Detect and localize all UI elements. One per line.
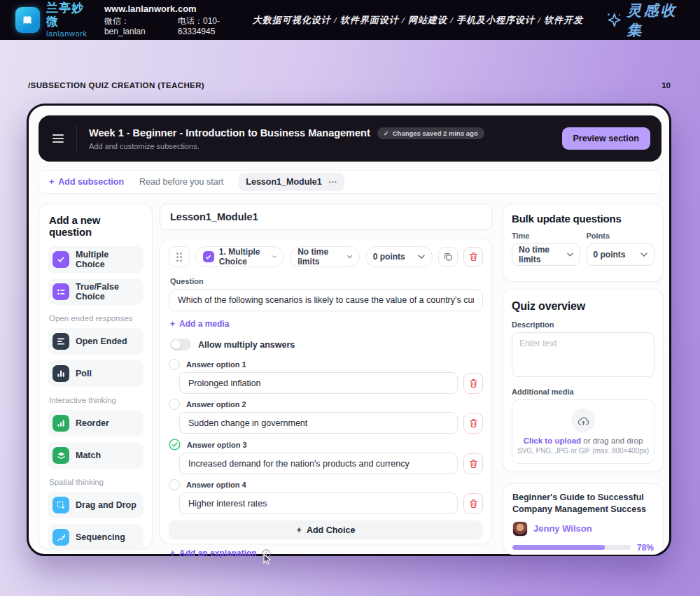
palette-group-interactive: Interactive thinking <box>49 396 142 404</box>
check-icon: ✓ <box>384 129 389 137</box>
description-textarea[interactable] <box>512 332 654 377</box>
points-dropdown[interactable]: 0 points <box>365 246 433 267</box>
click-to-upload-link[interactable]: Click to upload <box>524 437 581 445</box>
page-number: 10 <box>662 81 671 90</box>
question-text-input[interactable] <box>169 289 483 311</box>
question-editor-card: 1. Multiple Choice No time limits 0 poin… <box>160 239 492 544</box>
author-name[interactable]: Jenny Wilson <box>533 523 592 534</box>
plus-icon: + <box>297 525 302 535</box>
brand-services: 大数据可视化设计 / 软件界面设计 / 网站建设 / 手机及小程序设计 / 软件… <box>253 14 583 27</box>
drag-and-drop-icon <box>52 497 69 513</box>
palette-item-multiple-choice[interactable]: Multiple Choice <box>48 246 144 273</box>
brand-name: 兰亭妙微 <box>46 2 94 28</box>
answer-4-radio[interactable] <box>169 479 180 490</box>
answer-option-1: Answer option 1 <box>169 359 483 394</box>
add-media-link[interactable]: + Add a media <box>170 319 229 329</box>
answer-1-input[interactable] <box>179 372 458 394</box>
module-title-input[interactable] <box>160 204 492 230</box>
section-header: Week 1 - Beginner - Introduction to Busi… <box>38 115 662 162</box>
bulk-update-card: Bulk update questions Time No time limit… <box>503 204 664 282</box>
brand-topbar: 兰亭妙微 lanlanwork www.lanlanwork.com 微信：be… <box>0 0 700 40</box>
question-type-dropdown[interactable]: 1. Multiple Choice <box>195 246 284 267</box>
course-summary-card: Beginner's Guide to Successful Company M… <box>503 483 664 555</box>
multiple-choice-icon <box>52 251 69 268</box>
palette-title: Add a new question <box>49 214 144 238</box>
drag-handle[interactable] <box>169 246 190 267</box>
plus-icon: + <box>170 548 175 558</box>
upload-dropzone[interactable]: Click to upload or drag and drop SVG, PN… <box>512 399 654 464</box>
chevron-down-icon <box>567 253 573 257</box>
delete-question-button[interactable] <box>463 247 483 267</box>
delete-answer-3-button[interactable] <box>463 453 483 474</box>
menu-icon[interactable] <box>52 134 64 143</box>
palette-item-drag-and-drop[interactable]: Drag and Drop <box>48 492 144 518</box>
tab-lesson1-module1[interactable]: Lesson1_Module1 ⋯ <box>239 173 344 191</box>
duplicate-question-button[interactable] <box>438 247 458 267</box>
collect-logo-text: 灵感收集 <box>627 1 690 40</box>
chevron-down-icon <box>272 255 276 259</box>
answer-1-radio[interactable] <box>169 359 180 370</box>
delete-answer-4-button[interactable] <box>463 493 483 514</box>
quiz-builder-window: Week 1 - Beginner - Introduction to Busi… <box>27 104 671 556</box>
trash-icon <box>469 459 478 469</box>
add-subsection-button[interactable]: + Add subsection <box>49 177 124 187</box>
answer-2-input[interactable] <box>179 412 458 434</box>
palette-item-match[interactable]: Match <box>48 442 144 469</box>
chevron-down-icon <box>640 253 648 257</box>
progress-fill <box>512 545 605 550</box>
breadcrumb: /SUBSECTION QUIZ CREATION (TEACHER) <box>28 81 204 90</box>
changes-saved-badge: ✓ Changes saved 2 mins ago <box>377 127 484 139</box>
delete-answer-1-button[interactable] <box>463 373 483 394</box>
plus-icon: + <box>170 319 175 329</box>
trash-icon <box>469 499 478 509</box>
add-explanation-link[interactable]: + Add an explanation <box>170 548 257 558</box>
multiple-choice-mini-icon <box>203 251 214 262</box>
additional-media-label: Additional media <box>512 388 654 396</box>
progress-percent: 78% <box>637 543 654 553</box>
open-ended-icon <box>52 333 69 350</box>
tab-read-before-you-start[interactable]: Read before you start <box>139 177 223 187</box>
subsection-tabs: + Add subsection Read before you start L… <box>38 170 662 194</box>
sparkle-icon <box>606 11 622 29</box>
avatar <box>512 521 528 537</box>
add-choice-button[interactable]: + Add Choice <box>169 520 483 540</box>
progress-bar <box>512 545 631 550</box>
time-limit-dropdown[interactable]: No time limits <box>290 246 360 267</box>
palette-item-poll[interactable]: Poll <box>48 360 144 387</box>
palette-group-open-ended: Open ended responses <box>49 314 142 322</box>
true-false-icon <box>52 283 69 300</box>
course-title: Beginner's Guide to Successful Company M… <box>512 492 654 516</box>
preview-section-button[interactable]: Preview section <box>562 127 651 150</box>
trash-icon <box>469 418 478 428</box>
delete-answer-2-button[interactable] <box>463 413 483 434</box>
app-root: 兰亭妙微 lanlanwork www.lanlanwork.com 微信：be… <box>0 0 700 596</box>
allow-multiple-toggle[interactable] <box>170 339 191 350</box>
answer-3-input[interactable] <box>179 453 458 474</box>
trash-icon <box>469 252 478 262</box>
palette-item-true-false[interactable]: True/False Choice <box>48 278 144 305</box>
bulk-time-dropdown[interactable]: No time limits <box>512 243 580 266</box>
description-label: Description <box>512 320 654 329</box>
reorder-icon <box>52 415 69 432</box>
copy-icon <box>443 252 453 262</box>
answer-option-3: Answer option 3 <box>169 439 483 474</box>
collect-logo: 灵感收集 <box>606 1 690 40</box>
question-label: Question <box>170 277 482 285</box>
answer-option-2: Answer option 2 <box>169 399 483 434</box>
answer-3-radio-checked[interactable] <box>169 439 181 450</box>
answer-2-radio[interactable] <box>169 399 180 410</box>
plus-icon: + <box>49 177 54 187</box>
answer-4-input[interactable] <box>179 492 458 514</box>
bulk-points-dropdown[interactable]: 0 points <box>587 243 655 266</box>
brand-website: www.lanlanwork.com <box>104 3 253 15</box>
brand-subtitle: lanlanwork <box>46 29 94 38</box>
palette-item-open-ended[interactable]: Open Ended <box>48 328 144 355</box>
chevron-down-icon <box>347 255 352 259</box>
palette-item-reorder[interactable]: Reorder <box>48 410 144 437</box>
divider <box>76 125 77 152</box>
time-label: Time <box>512 232 580 240</box>
question-palette: Add a new question Multiple Choice True/… <box>38 204 153 549</box>
allow-multiple-label: Allow multiply answers <box>198 340 295 350</box>
info-icon[interactable] <box>262 549 271 558</box>
palette-item-sequencing[interactable]: Sequencing <box>48 524 144 551</box>
